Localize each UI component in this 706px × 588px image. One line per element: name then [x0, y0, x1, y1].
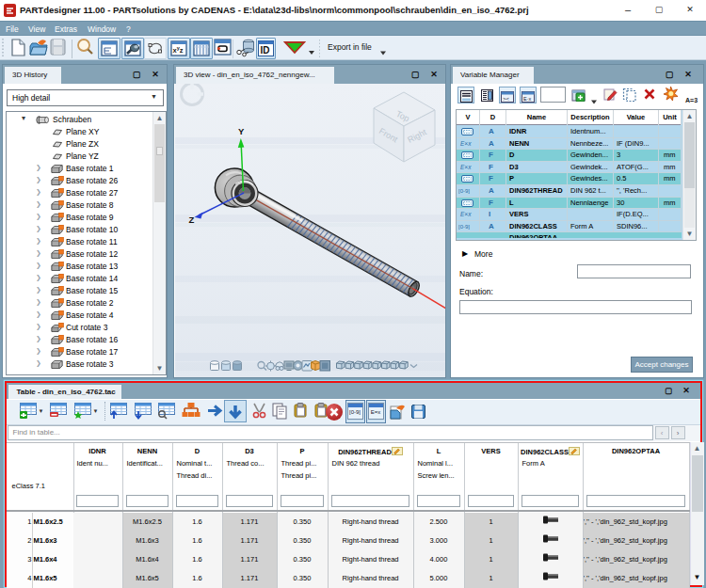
svg-text:ID: ID	[261, 45, 270, 56]
svg-text:Z: Z	[189, 215, 195, 225]
svg-text:Y: Y	[238, 126, 245, 136]
svg-text:E·x: E·x	[523, 96, 532, 102]
svg-text:><: ><	[503, 96, 510, 103]
